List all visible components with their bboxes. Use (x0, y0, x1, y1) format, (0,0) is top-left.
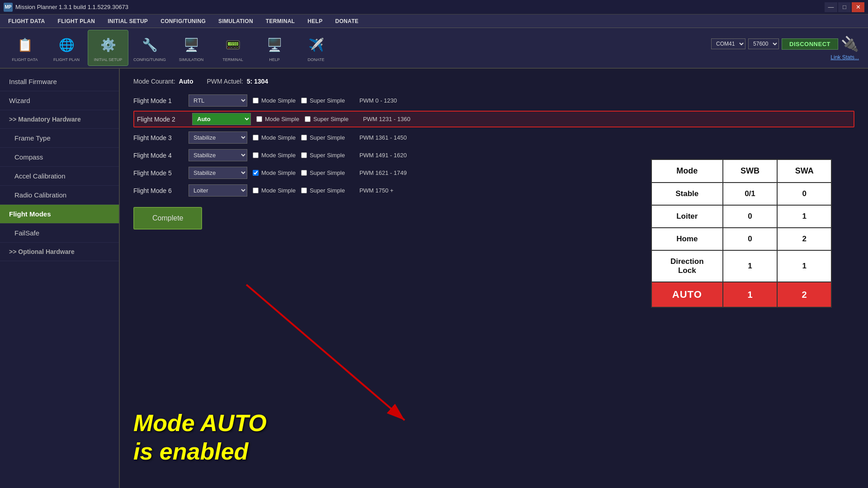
super-simple-6-group: Super Simple (301, 187, 345, 194)
toolbar-help-label: HELP (269, 57, 280, 62)
link-stats-button[interactable]: Link Stats... (830, 54, 859, 61)
sidebar-item-accel-calibration[interactable]: Accel Calibration (0, 167, 119, 186)
mode-table-row-direction-lock: DirectionLock 1 1 (651, 250, 831, 282)
app-icon: MP (4, 3, 13, 12)
menu-simulation[interactable]: SIMULATION (212, 16, 259, 26)
mode-simple-4-checkbox[interactable] (253, 152, 259, 158)
annotation-line1: Mode AUTO (133, 409, 267, 437)
menu-config-tuning[interactable]: CONFIG/TUNING (154, 16, 212, 26)
complete-button[interactable]: Complete (133, 207, 202, 230)
toolbar-help[interactable]: 🖥️ HELP (254, 30, 295, 66)
toolbar-config-tuning[interactable]: 🔧 CONFIG/TUNING (129, 30, 170, 66)
maximize-button[interactable]: □ (838, 2, 851, 12)
pwm-range-4: PWM 1491 - 1620 (359, 152, 407, 159)
sidebar-item-radio-calibration[interactable]: Radio Calibration (0, 186, 119, 205)
mode-table-cell-loiter-swb: 0 (723, 205, 778, 228)
connection-area: COM41 57600 DISCONNECT 🔌 Link Stats... (711, 35, 863, 61)
mode-table-row-stable: Stable 0/1 0 (651, 183, 831, 205)
menu-flight-plan[interactable]: FLIGHT PLAN (52, 16, 102, 26)
super-simple-4-checkbox[interactable] (301, 152, 307, 158)
super-simple-5-checkbox[interactable] (301, 170, 307, 176)
pwm-range-2: PWM 1231 - 1360 (363, 116, 410, 122)
mode-simple-2-checkbox[interactable] (256, 116, 262, 122)
mode-simple-1-group: Mode Simple (253, 97, 296, 104)
menu-initial-setup[interactable]: INITIAL SETUP (101, 16, 154, 26)
mode-table-cell-stable-swa: 0 (777, 183, 831, 205)
flight-mode-row-1: Flight Mode 1 RTL Mode Simple Super Simp… (133, 93, 854, 108)
flight-mode-3-select[interactable]: Stabilize (189, 131, 247, 144)
close-button[interactable]: ✕ (852, 2, 864, 12)
baud-rate-select[interactable]: 57600 (748, 38, 779, 49)
toolbar-terminal[interactable]: 📟 TERMINAL (212, 30, 253, 66)
mode-simple-6-checkbox[interactable] (253, 188, 259, 193)
app-title: Mission Planner 1.3.1 build 1.1.5229.306… (15, 4, 128, 10)
mode-simple-3-group: Mode Simple (253, 134, 296, 141)
toolbar-simulation[interactable]: 🖥️ SIMULATION (171, 30, 212, 66)
super-simple-2-group: Super Simple (305, 116, 349, 122)
sidebar-item-mandatory-hardware[interactable]: >> Mandatory Hardware (0, 110, 119, 129)
sidebar-item-frame-type[interactable]: Frame Type (0, 129, 119, 148)
annotation-text: Mode AUTO is enabled (133, 409, 267, 465)
sidebar-item-optional-hardware[interactable]: >> Optional Hardware (0, 243, 119, 261)
mode-simple-3-checkbox[interactable] (253, 135, 259, 141)
sidebar-item-wizard[interactable]: Wizard (0, 91, 119, 110)
simulation-icon: 🖥️ (180, 34, 202, 56)
toolbar-donate[interactable]: ✈️ DONATE (296, 30, 336, 66)
flight-mode-5-select[interactable]: Stabilize (189, 167, 247, 179)
flight-mode-1-select[interactable]: RTL (189, 94, 247, 107)
toolbar-config-tuning-label: CONFIG/TUNING (133, 57, 166, 62)
mode-courant-label: Mode Courant: (133, 78, 175, 85)
flight-data-icon: 📋 (14, 34, 36, 56)
menu-donate[interactable]: DONATE (329, 16, 365, 26)
sidebar-item-failsafe[interactable]: FailSafe (0, 224, 119, 243)
super-simple-5-group: Super Simple (301, 169, 345, 176)
terminal-icon: 📟 (222, 34, 244, 56)
menu-terminal[interactable]: TERMINAL (259, 16, 301, 26)
mode-simple-5-checkbox[interactable] (253, 170, 259, 176)
mode-simple-1-checkbox[interactable] (253, 98, 259, 103)
toolbar-flight-data[interactable]: 📋 FLIGHT DATA (5, 30, 45, 66)
mode-simple-4-group: Mode Simple (253, 152, 296, 159)
super-simple-2-checkbox[interactable] (305, 116, 311, 122)
super-simple-3-group: Super Simple (301, 134, 345, 141)
flight-mode-3-label: Flight Mode 3 (133, 134, 183, 141)
mode-table-cell-direction-lock-swb: 1 (723, 250, 778, 282)
flight-plan-icon: 🌐 (56, 34, 77, 56)
flight-mode-4-select[interactable]: Stabilize (189, 149, 247, 161)
super-simple-3-checkbox[interactable] (301, 135, 307, 141)
sidebar-item-flight-modes[interactable]: Flight Modes (0, 205, 119, 224)
sidebar-item-install-firmware[interactable]: Install Firmware (0, 72, 119, 91)
toolbar-initial-setup[interactable]: ⚙️ INITIAL SETUP (88, 30, 128, 66)
mode-courant-value: Auto (179, 78, 193, 85)
mode-table-row-auto: AUTO 1 2 (651, 282, 831, 307)
mode-table-cell-auto-mode: AUTO (651, 282, 723, 307)
minimize-button[interactable]: — (825, 2, 837, 12)
mode-table-cell-home-swb: 0 (723, 228, 778, 250)
mode-table-header-mode: Mode (651, 160, 723, 183)
toolbar: 📋 FLIGHT DATA 🌐 FLIGHT PLAN ⚙️ INITIAL S… (0, 28, 868, 69)
super-simple-1-checkbox[interactable] (301, 98, 307, 103)
mode-simple-5-group: Mode Simple (253, 169, 296, 176)
disconnect-button[interactable]: DISCONNECT (782, 38, 838, 50)
super-simple-6-checkbox[interactable] (301, 188, 307, 193)
help-icon: 🖥️ (264, 34, 285, 56)
annotation-line2: is enabled (133, 437, 267, 465)
mode-table-cell-home-swa: 2 (777, 228, 831, 250)
red-arrow (233, 262, 459, 443)
pwm-range-1: PWM 0 - 1230 (359, 97, 397, 104)
menu-help[interactable]: HELP (301, 16, 329, 26)
svg-line-1 (246, 285, 405, 420)
flight-mode-2-select[interactable]: Auto (192, 113, 251, 125)
toolbar-flight-plan[interactable]: 🌐 FLIGHT PLAN (46, 30, 87, 66)
sidebar-item-compass[interactable]: Compass (0, 148, 119, 167)
menu-flight-data[interactable]: FLIGHT DATA (2, 16, 52, 26)
pwm-range-5: PWM 1621 - 1749 (359, 169, 407, 176)
flight-mode-6-select[interactable]: Loiter (189, 184, 247, 197)
mode-table-cell-loiter-mode: Loiter (651, 205, 723, 228)
mode-table-cell-stable-swb: 0/1 (723, 183, 778, 205)
toolbar-initial-setup-label: INITIAL SETUP (94, 57, 123, 62)
toolbar-simulation-label: SIMULATION (179, 57, 203, 62)
menubar: FLIGHT DATA FLIGHT PLAN INITIAL SETUP CO… (0, 14, 868, 28)
com-port-select[interactable]: COM41 (711, 38, 745, 49)
super-simple-4-group: Super Simple (301, 152, 345, 159)
